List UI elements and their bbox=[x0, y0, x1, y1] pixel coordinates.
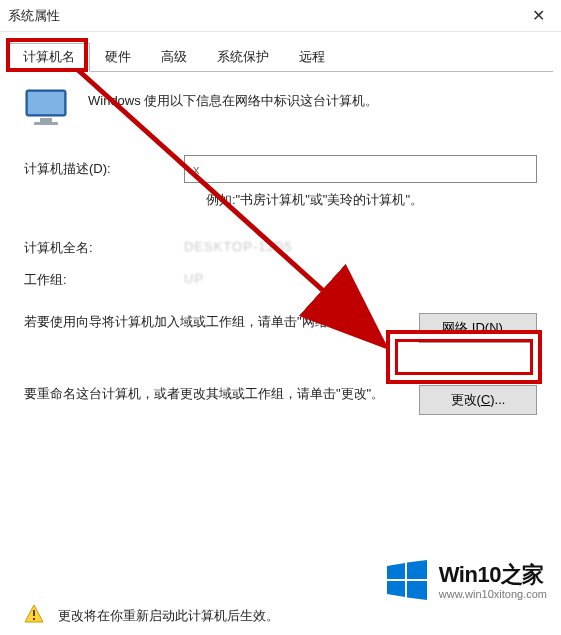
tab-remote[interactable]: 远程 bbox=[284, 43, 340, 72]
workgroup-label: 工作组: bbox=[24, 271, 184, 289]
intro-text: Windows 使用以下信息在网络中标识这台计算机。 bbox=[88, 88, 378, 110]
windows-logo-icon bbox=[385, 558, 429, 605]
svg-marker-12 bbox=[407, 581, 427, 600]
network-id-text: 若要使用向导将计算机加入域或工作组，请单击"网络 ID"。 bbox=[24, 311, 395, 333]
fullname-value: DESKTOP-1JD5 bbox=[184, 239, 293, 257]
window-title: 系统属性 bbox=[8, 7, 60, 25]
svg-marker-11 bbox=[387, 581, 405, 597]
fullname-label: 计算机全名: bbox=[24, 239, 184, 257]
description-hint: 例如:"书房计算机"或"美玲的计算机"。 bbox=[206, 191, 537, 209]
tab-hardware[interactable]: 硬件 bbox=[90, 43, 146, 72]
svg-marker-9 bbox=[387, 563, 405, 579]
svg-rect-6 bbox=[33, 618, 35, 620]
watermark-url: www.win10xitong.com bbox=[439, 588, 547, 601]
tab-system-protection[interactable]: 系统保护 bbox=[202, 43, 284, 72]
warning-icon bbox=[24, 604, 44, 627]
rename-text: 要重命名这台计算机，或者更改其域或工作组，请单击"更改"。 bbox=[24, 383, 395, 405]
svg-rect-1 bbox=[28, 92, 64, 114]
tab-bar: 计算机名 硬件 高级 系统保护 远程 bbox=[8, 42, 553, 72]
description-label: 计算机描述(D): bbox=[24, 160, 184, 178]
computer-icon bbox=[24, 88, 68, 129]
close-button[interactable]: ✕ bbox=[515, 0, 561, 32]
workgroup-value: UP bbox=[184, 271, 204, 289]
watermark-brand: Win10之家 bbox=[439, 562, 547, 588]
tab-computer-name[interactable]: 计算机名 bbox=[8, 43, 90, 72]
network-id-button[interactable]: 网络 ID(N)... bbox=[419, 313, 537, 343]
description-input[interactable] bbox=[184, 155, 537, 183]
rename-button[interactable]: 更改(C)... bbox=[419, 385, 537, 415]
restart-notice: 更改将在你重新启动此计算机后生效。 bbox=[58, 607, 279, 625]
close-icon: ✕ bbox=[532, 6, 545, 25]
tab-advanced[interactable]: 高级 bbox=[146, 43, 202, 72]
svg-marker-10 bbox=[407, 560, 427, 579]
svg-rect-5 bbox=[33, 610, 35, 616]
svg-rect-2 bbox=[40, 118, 52, 122]
watermark: Win10之家 www.win10xitong.com bbox=[385, 558, 547, 605]
svg-rect-3 bbox=[34, 122, 58, 125]
